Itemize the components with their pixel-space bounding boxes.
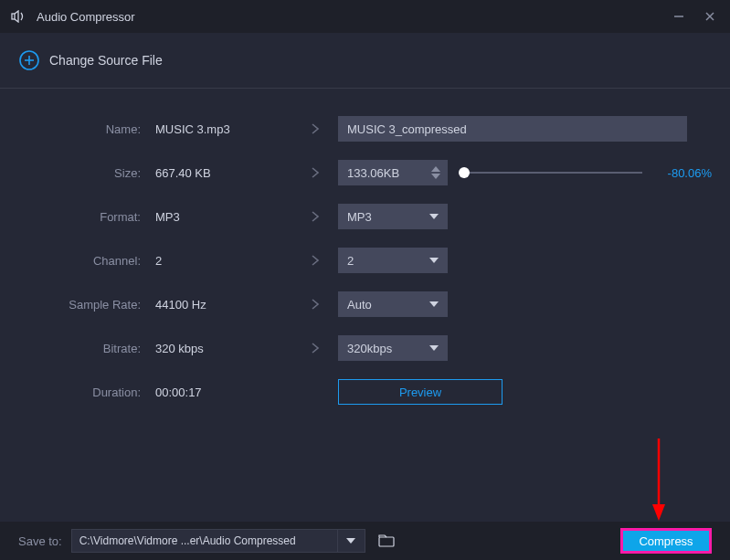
source-name: MUSIC 3.mp3 bbox=[155, 122, 292, 136]
saveto-label: Save to: bbox=[18, 534, 62, 548]
target-size-spinner[interactable]: 133.06KB bbox=[338, 160, 448, 185]
svg-marker-15 bbox=[346, 538, 355, 544]
slider-thumb[interactable] bbox=[459, 167, 470, 178]
size-slider[interactable]: -80.06% bbox=[457, 166, 712, 180]
label-samplerate: Sample Rate: bbox=[18, 298, 155, 312]
chevron-down-icon bbox=[429, 301, 439, 307]
annotation-arrow bbox=[650, 438, 668, 524]
target-name-input[interactable] bbox=[338, 116, 687, 142]
label-size: Size: bbox=[18, 166, 155, 180]
label-bitrate: Bitrate: bbox=[18, 342, 155, 355]
source-duration: 00:00:17 bbox=[155, 386, 292, 399]
titlebar: Audio Compressor bbox=[0, 0, 730, 33]
target-size-value: 133.06KB bbox=[338, 166, 431, 180]
chevron-right-icon bbox=[292, 210, 338, 223]
app-icon bbox=[11, 7, 29, 26]
bitrate-dropdown[interactable]: 320kbps bbox=[338, 335, 448, 361]
save-path-box[interactable]: C:\Vidmore\Vidmore ...er\Audio Compresse… bbox=[71, 529, 338, 553]
form: Name: MUSIC 3.mp3 Size: 667.40 KB 133.06… bbox=[0, 89, 730, 405]
svg-rect-16 bbox=[379, 537, 394, 546]
svg-marker-8 bbox=[431, 174, 440, 179]
row-format: Format: MP3 MP3 bbox=[18, 204, 712, 229]
window-title: Audio Compressor bbox=[37, 10, 670, 24]
topbar: Change Source File bbox=[0, 33, 730, 89]
channel-dropdown-value: 2 bbox=[347, 254, 354, 268]
chevron-right-icon bbox=[292, 342, 338, 354]
label-channel: Channel: bbox=[18, 254, 155, 268]
row-channel: Channel: 2 2 bbox=[18, 248, 712, 273]
label-duration: Duration: bbox=[18, 386, 155, 399]
source-channel: 2 bbox=[155, 254, 292, 268]
chevron-down-icon bbox=[429, 345, 439, 351]
svg-rect-0 bbox=[12, 14, 15, 19]
compress-button[interactable]: Compress bbox=[620, 528, 712, 554]
svg-marker-14 bbox=[652, 504, 665, 521]
chevron-right-icon bbox=[292, 254, 338, 267]
channel-dropdown[interactable]: 2 bbox=[338, 248, 448, 273]
source-samplerate: 44100 Hz bbox=[155, 298, 292, 312]
preview-button[interactable]: Preview bbox=[338, 379, 503, 405]
source-size: 667.40 KB bbox=[155, 166, 292, 180]
svg-marker-7 bbox=[431, 166, 440, 172]
spinner-arrows[interactable] bbox=[431, 166, 448, 179]
svg-marker-10 bbox=[429, 258, 439, 263]
format-dropdown-value: MP3 bbox=[347, 210, 372, 224]
samplerate-dropdown-value: Auto bbox=[347, 298, 372, 312]
chevron-right-icon bbox=[292, 298, 338, 311]
close-button[interactable] bbox=[701, 7, 719, 26]
open-folder-button[interactable] bbox=[373, 529, 400, 553]
format-dropdown[interactable]: MP3 bbox=[338, 204, 448, 229]
size-percent: -80.06% bbox=[657, 166, 712, 180]
bitrate-dropdown-value: 320kbps bbox=[347, 342, 392, 355]
save-path-text: C:\Vidmore\Vidmore ...er\Audio Compresse… bbox=[79, 534, 296, 547]
source-bitrate: 320 kbps bbox=[155, 342, 292, 355]
label-format: Format: bbox=[18, 210, 155, 224]
chevron-down-icon bbox=[429, 214, 439, 219]
row-duration: Duration: 00:00:17 Preview bbox=[18, 379, 712, 405]
row-samplerate: Sample Rate: 44100 Hz Auto bbox=[18, 291, 712, 317]
chevron-right-icon bbox=[292, 122, 338, 135]
row-size: Size: 667.40 KB 133.06KB -80.06% bbox=[18, 160, 712, 185]
minimize-button[interactable] bbox=[670, 7, 688, 26]
label-name: Name: bbox=[18, 122, 155, 136]
save-path-dropdown[interactable] bbox=[338, 529, 365, 553]
row-bitrate: Bitrate: 320 kbps 320kbps bbox=[18, 335, 712, 361]
chevron-right-icon bbox=[292, 166, 338, 179]
svg-marker-11 bbox=[429, 301, 439, 307]
bottombar: Save to: C:\Vidmore\Vidmore ...er\Audio … bbox=[0, 522, 730, 560]
row-name: Name: MUSIC 3.mp3 bbox=[18, 116, 712, 142]
svg-marker-12 bbox=[429, 345, 439, 351]
svg-marker-9 bbox=[429, 214, 439, 219]
add-source-icon[interactable] bbox=[18, 49, 40, 71]
slider-track[interactable] bbox=[464, 172, 642, 174]
samplerate-dropdown[interactable]: Auto bbox=[338, 291, 448, 317]
source-format: MP3 bbox=[155, 210, 292, 224]
chevron-down-icon bbox=[429, 258, 439, 263]
change-source-button[interactable]: Change Source File bbox=[49, 53, 163, 68]
